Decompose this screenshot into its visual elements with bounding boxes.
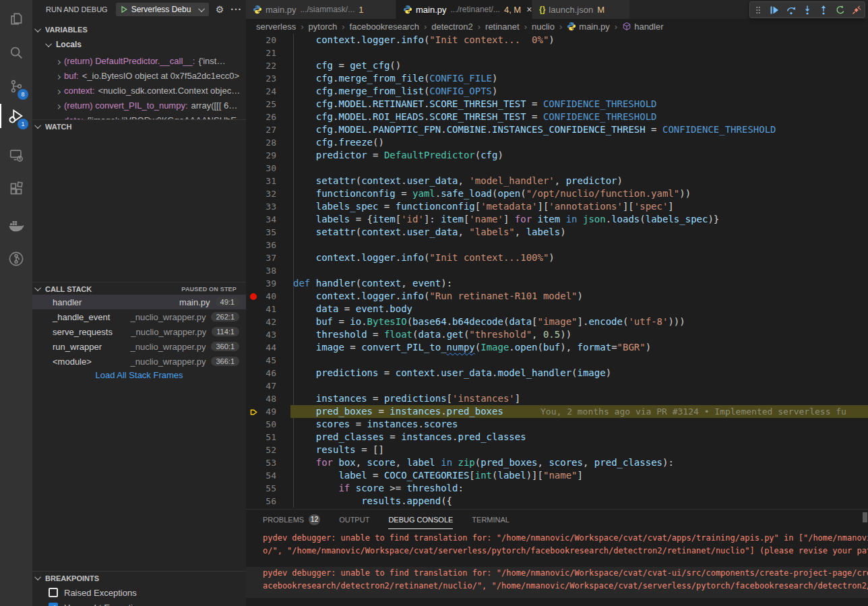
code-line[interactable]: 27 cfg.MODEL.PANOPTIC_FPN.COMBINE.INSTAN…: [246, 123, 868, 136]
line-number: 22: [246, 59, 276, 72]
call-stack-section-header[interactable]: CALL STACK PAUSED ON STEP: [32, 282, 246, 295]
code-line[interactable]: 46 predictions = context.user_data.model…: [246, 367, 868, 380]
breadcrumb-item[interactable]: ›facebookresearch: [337, 22, 419, 32]
code-line[interactable]: 45: [246, 354, 868, 367]
code-line[interactable]: 31 setattr(context.user_data, 'model_han…: [246, 175, 868, 187]
step-into-icon[interactable]: [799, 2, 815, 18]
breadcrumb-item[interactable]: serverless: [256, 22, 296, 32]
breakpoint-row[interactable]: ✓Uncaught Exceptions: [32, 600, 246, 606]
load-all-stack-frames-link[interactable]: Load All Stack Frames: [32, 370, 246, 380]
code-line[interactable]: 21: [246, 47, 868, 59]
variable-row[interactable]: (return) DefaultPredictor.__call__:{'ins…: [32, 53, 246, 68]
console-message[interactable]: pydev debugger: unable to find translati…: [246, 567, 868, 598]
variable-row[interactable]: buf:<_io.BytesIO object at 0x7f5a2dc1ecc…: [32, 68, 246, 83]
code-line[interactable]: 43 threshold = float(data.get("threshold…: [246, 328, 868, 341]
checkbox-unchecked[interactable]: [49, 588, 58, 597]
breadcrumb-item[interactable]: ›handler: [610, 22, 664, 32]
call-stack-frame[interactable]: serve_requests_nuclio_wrapper.py114:1: [32, 324, 246, 339]
code-line[interactable]: 48 instances = predictions['instances']: [246, 392, 868, 405]
call-stack-frame[interactable]: _handle_event_nuclio_wrapper.py262:1: [32, 309, 246, 324]
toolbar-drag-grip[interactable]: [750, 2, 766, 18]
code-line[interactable]: 42 buf = io.BytesIO(base64.b64decode(dat…: [246, 315, 868, 328]
source-control-icon[interactable]: 8: [0, 71, 32, 101]
code-line[interactable]: 33 labels_spec = functionconfig['metadat…: [246, 200, 868, 213]
code-line[interactable]: 56 results.append({: [246, 495, 868, 508]
code-line[interactable]: 32 functionconfig = yaml.safe_load(open(…: [246, 187, 868, 200]
code-line[interactable]: 25 cfg.MODEL.RETINANET.SCORE_THRESH_TEST…: [246, 98, 868, 111]
breakpoint-row[interactable]: Raised Exceptions: [32, 585, 246, 600]
launch-config-dropdown[interactable]: Serverless Debu: [116, 3, 209, 16]
disconnect-icon[interactable]: [848, 2, 865, 18]
code-line[interactable]: 37 context.logger.info("Init context...1…: [246, 251, 868, 264]
breakpoints-section-header[interactable]: BREAKPOINTS: [32, 571, 246, 584]
console-message[interactable]: pydev debugger: unable to find translati…: [246, 532, 868, 563]
code-editor[interactable]: 20 context.logger.info("Init context... …: [246, 34, 868, 509]
code-line[interactable]: 39def handler(context, event):: [246, 277, 868, 290]
code-line[interactable]: 52 results = []: [246, 444, 868, 456]
code-line[interactable]: 49 pred_boxes = instances.pred_boxesYou,…: [246, 405, 868, 418]
code-line[interactable]: 30: [246, 162, 868, 175]
run-and-debug-icon[interactable]: 1: [0, 101, 32, 131]
extensions-icon[interactable]: [0, 174, 32, 204]
breadcrumb-item[interactable]: ›nuclio: [520, 22, 555, 32]
panel-scrollbar[interactable]: [863, 512, 867, 522]
panel-tab-problems[interactable]: PROBLEMS12: [263, 514, 320, 529]
checkbox-checked[interactable]: ✓: [49, 603, 58, 606]
code-line[interactable]: 44 image = convert_PIL_to_numpy(Image.op…: [246, 341, 868, 354]
breadcrumb-label: nuclio: [532, 22, 555, 32]
search-icon[interactable]: [0, 38, 32, 67]
breadcrumb-item[interactable]: ›detectron2: [419, 22, 473, 32]
code-line[interactable]: 23 cfg.merge_from_file(CONFIG_FILE): [246, 72, 868, 85]
code-line[interactable]: 51 pred_classes = instances.pred_classes: [246, 431, 868, 444]
code-line[interactable]: 34 labels = {item['id']: item['name'] fo…: [246, 213, 868, 226]
breadcrumb-item[interactable]: ›main.py: [555, 22, 610, 32]
code-line[interactable]: 55 if score >= threshold:: [246, 482, 868, 495]
variables-section-header[interactable]: VARIABLES: [32, 23, 246, 36]
variable-row[interactable]: data:{'image': 'iVBORw0KGgoAAAANSUhE… 55: [32, 113, 246, 119]
call-stack-frame[interactable]: run_wrapper_nuclio_wrapper.py360:1: [32, 339, 246, 354]
step-over-icon[interactable]: [783, 2, 799, 18]
variable-row[interactable]: context:<nuclio_sdk.context.Context obje…: [32, 83, 246, 98]
call-stack-frame[interactable]: <module>_nuclio_wrapper.py366:1: [32, 354, 246, 369]
panel-tab-terminal[interactable]: TERMINAL: [472, 514, 509, 529]
code-line[interactable]: 41 data = event.body: [246, 303, 868, 315]
code-line[interactable]: 50 scores = instances.scores: [246, 418, 868, 431]
code-line[interactable]: 40 context.logger.info("Run retinanet-R1…: [246, 290, 868, 303]
code-line[interactable]: 20 context.logger.info("Init context... …: [246, 34, 868, 47]
panel-tab-debug-console[interactable]: DEBUG CONSOLE: [388, 514, 453, 529]
git-graph-icon[interactable]: [0, 244, 32, 274]
code-line[interactable]: 47: [246, 380, 868, 392]
close-icon[interactable]: ×: [526, 4, 532, 15]
chevron-down-icon: [34, 284, 41, 291]
code-line[interactable]: 26 cfg.MODEL.ROI_HEADS.SCORE_THRESH_TEST…: [246, 111, 868, 123]
code-line[interactable]: 54 label = COCO_CATEGORIES[int(label)]["…: [246, 469, 868, 482]
breadcrumb-item[interactable]: ›pytorch: [296, 22, 337, 32]
breadcrumb-item[interactable]: ›retinanet: [473, 22, 520, 32]
chevron-down-icon: [198, 5, 205, 12]
debug-console-output[interactable]: pydev debugger: unable to find translati…: [246, 530, 868, 606]
code-line[interactable]: 53 for box, score, label in zip(pred_box…: [246, 456, 868, 469]
gear-icon[interactable]: ⚙: [216, 5, 224, 14]
more-actions-icon[interactable]: ···: [230, 5, 242, 14]
watch-section-header[interactable]: WATCH: [32, 119, 246, 133]
step-out-icon[interactable]: [815, 2, 832, 18]
editor-tab[interactable]: main.py.../retinanet/...4, M×: [396, 0, 532, 19]
editor-tab[interactable]: main.py.../siammask/...1: [246, 0, 396, 19]
docker-icon[interactable]: [0, 210, 32, 240]
panel-tab-output[interactable]: OUTPUT: [339, 514, 369, 529]
code-line[interactable]: 22 cfg = get_cfg(): [246, 59, 868, 72]
code-line[interactable]: 29 predictor = DefaultPredictor(cfg): [246, 149, 868, 162]
code-line[interactable]: 24 cfg.merge_from_list(CONFIG_OPTS): [246, 85, 868, 98]
code-line[interactable]: 38: [246, 264, 868, 277]
variables-scope-locals[interactable]: Locals: [32, 38, 246, 51]
remote-explorer-icon[interactable]: [0, 140, 32, 170]
editor-tab[interactable]: {}launch.jsonM: [532, 0, 630, 19]
continue-icon[interactable]: [766, 2, 782, 18]
code-line[interactable]: 36: [246, 239, 868, 251]
restart-icon[interactable]: [832, 2, 848, 18]
code-line[interactable]: 35 setattr(context.user_data, "labels", …: [246, 226, 868, 239]
code-line[interactable]: 28 cfg.freeze(): [246, 136, 868, 149]
call-stack-frame[interactable]: handlermain.py49:1: [32, 295, 246, 309]
variable-row[interactable]: (return) convert_PIL_to_numpy:array([[[ …: [32, 98, 246, 113]
explorer-icon[interactable]: [0, 4, 32, 34]
